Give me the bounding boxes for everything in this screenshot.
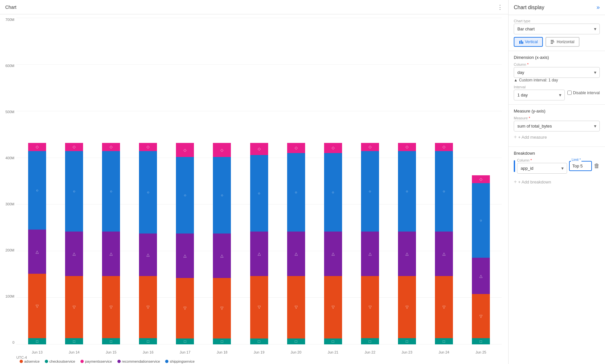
limit-input[interactable]: [569, 161, 592, 171]
vertical-icon: [519, 40, 524, 44]
interval-select[interactable]: 1 day 1 hour 1 week: [514, 90, 565, 100]
limit-label: Limit *: [571, 158, 581, 162]
segment-icon: ◇: [110, 145, 112, 149]
segment-icon: ○: [369, 189, 371, 194]
segment-icon: △: [332, 251, 335, 256]
x-label-group: Jun 21: [316, 350, 351, 354]
bar-segment-blue: ○: [250, 155, 268, 232]
x-label: Jun 19: [253, 350, 264, 354]
stacked-bar[interactable]: ◇○△▽□: [287, 143, 305, 344]
segment-icon: □: [332, 339, 334, 344]
dimension-section: Dimension (x-axis) Column * day week mon…: [509, 51, 605, 105]
bar-segment-purple: △: [398, 232, 416, 276]
segment-icon: □: [73, 339, 75, 344]
stacked-bar[interactable]: ◇○△▽□: [139, 143, 157, 344]
segment-icon: □: [184, 339, 186, 344]
bar-segment-orange: ▽: [398, 276, 416, 338]
add-breakdown-button[interactable]: + + Add breakdown: [514, 176, 551, 187]
more-icon[interactable]: ⋮: [497, 4, 503, 11]
custom-interval-toggle[interactable]: ▲ Custom interval: 1 day: [514, 78, 600, 82]
y-label: 0: [0, 340, 16, 344]
sidebar-title: Chart display: [514, 5, 544, 10]
stacked-bar[interactable]: ◇○△▽□: [435, 143, 453, 344]
bar-segment-purple: △: [435, 232, 453, 276]
bar-segment-blue: ○: [176, 157, 194, 234]
breakdown-col-select-container: app_id service_name region ▼: [517, 163, 567, 174]
stacked-bar[interactable]: ◇○△▽□: [324, 143, 342, 344]
chevron-up-icon: ▲: [514, 78, 518, 82]
vertical-button[interactable]: Vertical: [514, 37, 543, 47]
chart-canvas: 0 100M 200M 300M 400M 500M 600M 700M ◇○△…: [0, 14, 508, 364]
bar-segment-pink: ◇: [176, 143, 194, 157]
segment-icon: ▽: [73, 305, 76, 309]
segment-icon: ○: [480, 218, 482, 223]
chart-type-select[interactable]: Bar chart Line chart Pie chart: [514, 24, 600, 34]
sidebar-close-icon[interactable]: »: [596, 4, 600, 11]
segment-icon: ◇: [479, 177, 482, 182]
x-label-group: Jun 17: [167, 350, 202, 354]
disable-interval-label[interactable]: Disable interval: [567, 91, 600, 95]
bar-segment-orange: ▽: [250, 276, 268, 338]
segment-icon: △: [406, 251, 408, 256]
bar-segment-purple: △: [139, 234, 157, 276]
stacked-bar[interactable]: ◇○△▽□: [176, 143, 194, 344]
stacked-bar[interactable]: ◇○△▽□: [65, 143, 83, 344]
x-label-group: Jun 23: [389, 350, 424, 354]
add-measure-button[interactable]: + + Add measure: [514, 131, 547, 143]
measure-title: Measure (y-axis): [514, 109, 600, 113]
x-label: Jun 21: [328, 350, 338, 354]
bar-segment-teal: □: [398, 338, 416, 344]
segment-icon: □: [369, 339, 371, 344]
bar-segment-teal: □: [287, 338, 305, 344]
stacked-bar[interactable]: ◇○△▽□: [213, 143, 231, 344]
limit-input-wrapper: Limit *: [569, 161, 592, 171]
segment-icon: ◇: [36, 145, 39, 149]
sidebar-header: Chart display »: [509, 0, 605, 15]
stacked-bar[interactable]: ◇○△▽□: [361, 143, 379, 344]
bar-segment-blue: ○: [361, 151, 379, 232]
bar-segment-blue: ○: [213, 157, 231, 234]
delete-breakdown-icon[interactable]: 🗑: [594, 163, 600, 169]
bar-segment-orange: ▽: [139, 276, 157, 338]
horizontal-button[interactable]: Horizontal: [545, 37, 579, 47]
segment-icon: ◇: [369, 145, 372, 149]
bar-segment-blue: ○: [472, 183, 490, 258]
measure-select[interactable]: sum of total_bytes count of total_bytes …: [514, 121, 600, 131]
bar-group: ◇○△▽□: [204, 18, 239, 344]
stacked-bar[interactable]: ◇○△▽□: [398, 143, 416, 344]
segment-icon: ◇: [258, 147, 261, 151]
bar-group: ◇○△▽□: [463, 18, 498, 344]
measure-section: Measure (y-axis) Measure * sum of total_…: [509, 105, 605, 147]
interval-select-wrapper: Interval 1 day 1 hour 1 week ▼: [514, 85, 565, 100]
stacked-bar[interactable]: ◇○△▽□: [472, 175, 490, 344]
bar-segment-blue: ○: [28, 151, 46, 230]
bar-segment-orange: ▽: [435, 276, 453, 338]
vertical-label: Vertical: [525, 40, 538, 44]
bar-segment-pink: ◇: [213, 143, 231, 157]
bar-group: ◇○△▽□: [130, 18, 165, 344]
y-label: 300M: [0, 202, 16, 206]
breakdown-column-select[interactable]: app_id service_name region: [517, 163, 567, 174]
dimension-column-select[interactable]: day week month: [514, 67, 600, 78]
legend-color-checkoutservice: [45, 360, 48, 363]
dimension-title: Dimension (x-axis): [514, 55, 600, 60]
sidebar: Chart display » Chart type Bar chart Lin…: [509, 0, 605, 364]
measure-field-label: Measure *: [514, 116, 600, 120]
segment-icon: ○: [406, 189, 408, 194]
add-measure-label: + Add measure: [518, 135, 547, 140]
bar-segment-orange: ▽: [324, 276, 342, 338]
disable-interval-checkbox[interactable]: [567, 91, 572, 95]
segment-icon: ○: [221, 193, 223, 198]
y-label: 500M: [0, 110, 16, 114]
bar-group: ◇○△▽□: [57, 18, 92, 344]
bar-segment-pink: ◇: [102, 143, 120, 151]
segment-icon: ▽: [406, 305, 408, 309]
y-label: 100M: [0, 294, 16, 298]
stacked-bar[interactable]: ◇○△▽□: [250, 143, 268, 344]
segment-icon: ○: [184, 193, 186, 198]
svg-rect-1: [521, 40, 522, 44]
stacked-bar[interactable]: ◇○△▽□: [102, 143, 120, 344]
stacked-bar[interactable]: ◇○△▽□: [28, 143, 46, 344]
bar-segment-orange: ▽: [176, 278, 194, 338]
x-label: Jun 23: [402, 350, 412, 354]
